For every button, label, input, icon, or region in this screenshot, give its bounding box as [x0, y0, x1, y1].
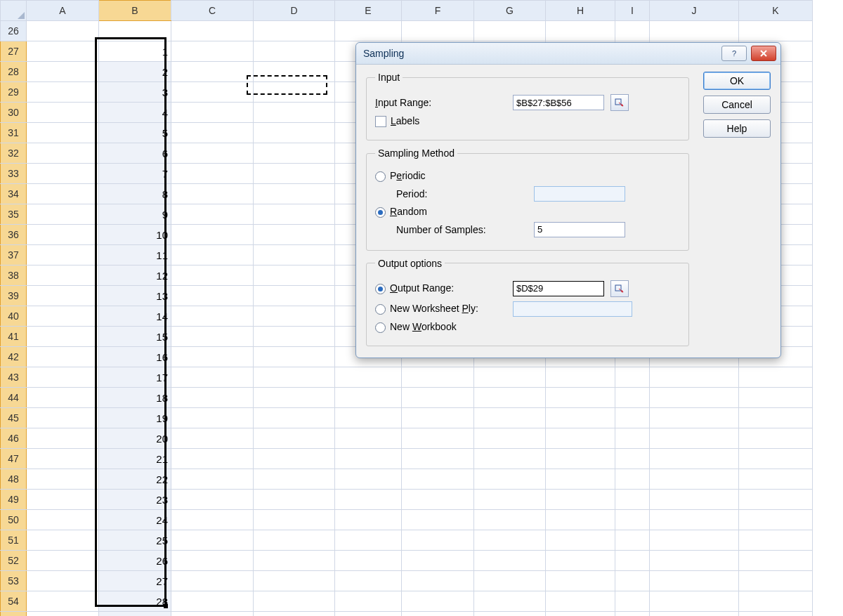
cell-I45[interactable]	[615, 408, 650, 428]
cell-B27[interactable]: 1	[99, 41, 171, 62]
cell-A53[interactable]	[27, 571, 99, 591]
cell-C39[interactable]	[171, 286, 254, 306]
help-button[interactable]: Help	[703, 119, 771, 138]
cell-B36[interactable]: 10	[99, 225, 171, 245]
cell-B49[interactable]: 23	[99, 490, 171, 510]
row-header-26[interactable]: 26	[1, 21, 27, 41]
cell-I26[interactable]	[615, 21, 650, 41]
col-header-G[interactable]: G	[474, 1, 546, 21]
cell-C31[interactable]	[171, 123, 254, 143]
cell-H52[interactable]	[546, 551, 615, 571]
row-header-31[interactable]: 31	[1, 123, 27, 143]
new-worksheet-ply-field[interactable]	[513, 301, 632, 317]
row-header-36[interactable]: 36	[1, 225, 27, 245]
labels-checkbox[interactable]	[375, 116, 386, 127]
cell-D42[interactable]	[254, 347, 335, 367]
cell-I50[interactable]	[615, 510, 650, 530]
cell-E55[interactable]	[335, 612, 402, 617]
cell-A40[interactable]	[27, 306, 99, 327]
cell-K50[interactable]	[739, 510, 813, 530]
cell-G48[interactable]	[474, 469, 546, 490]
row-header-50[interactable]: 50	[1, 510, 27, 530]
cell-C46[interactable]	[171, 428, 254, 449]
cell-K26[interactable]	[739, 21, 813, 41]
cell-A43[interactable]	[27, 367, 99, 388]
cell-B39[interactable]: 13	[99, 286, 171, 306]
samples-field[interactable]	[534, 222, 625, 237]
cell-B31[interactable]: 5	[99, 123, 171, 143]
row-header-53[interactable]: 53	[1, 571, 27, 591]
cell-F26[interactable]	[402, 21, 474, 41]
cell-C33[interactable]	[171, 164, 254, 184]
cell-F43[interactable]	[402, 367, 474, 388]
cell-C30[interactable]	[171, 103, 254, 123]
cell-F44[interactable]	[402, 388, 474, 408]
cell-A38[interactable]	[27, 266, 99, 286]
output-range-field[interactable]	[513, 281, 604, 296]
cell-D31[interactable]	[254, 123, 335, 143]
cell-H55[interactable]	[546, 612, 615, 617]
row-header-39[interactable]: 39	[1, 286, 27, 306]
cell-C54[interactable]	[171, 591, 254, 612]
cell-B37[interactable]: 11	[99, 245, 171, 266]
cell-D36[interactable]	[254, 225, 335, 245]
cell-E47[interactable]	[335, 449, 402, 469]
output-range-ref-button[interactable]	[610, 280, 629, 297]
cell-B40[interactable]: 14	[99, 306, 171, 327]
col-header-K[interactable]: K	[739, 1, 813, 21]
cell-D26[interactable]	[254, 21, 335, 41]
cell-K43[interactable]	[739, 367, 813, 388]
cell-D53[interactable]	[254, 571, 335, 591]
help-titlebar-button[interactable]: ?	[721, 46, 747, 61]
cell-B47[interactable]: 21	[99, 449, 171, 469]
row-header-29[interactable]: 29	[1, 82, 27, 103]
row-header-37[interactable]: 37	[1, 245, 27, 266]
cell-D52[interactable]	[254, 551, 335, 571]
cell-K48[interactable]	[739, 469, 813, 490]
cell-G51[interactable]	[474, 530, 546, 551]
row-header-33[interactable]: 33	[1, 164, 27, 184]
cell-A34[interactable]	[27, 184, 99, 204]
cell-K44[interactable]	[739, 388, 813, 408]
cell-C48[interactable]	[171, 469, 254, 490]
cell-J53[interactable]	[650, 571, 739, 591]
col-header-E[interactable]: E	[335, 1, 402, 21]
cell-D50[interactable]	[254, 510, 335, 530]
cell-K53[interactable]	[739, 571, 813, 591]
cell-G47[interactable]	[474, 449, 546, 469]
cell-J46[interactable]	[650, 428, 739, 449]
col-header-H[interactable]: H	[546, 1, 615, 21]
cell-C36[interactable]	[171, 225, 254, 245]
cell-B52[interactable]: 26	[99, 551, 171, 571]
row-header-28[interactable]: 28	[1, 62, 27, 82]
cell-I47[interactable]	[615, 449, 650, 469]
cell-A51[interactable]	[27, 530, 99, 551]
cell-A44[interactable]	[27, 388, 99, 408]
cell-H46[interactable]	[546, 428, 615, 449]
cell-F49[interactable]	[402, 490, 474, 510]
cell-C40[interactable]	[171, 306, 254, 327]
cell-G43[interactable]	[474, 367, 546, 388]
cell-C27[interactable]	[171, 41, 254, 62]
row-header-46[interactable]: 46	[1, 428, 27, 449]
cell-A50[interactable]	[27, 510, 99, 530]
cell-D38[interactable]	[254, 266, 335, 286]
col-header-I[interactable]: I	[615, 1, 650, 21]
row-header-34[interactable]: 34	[1, 184, 27, 204]
cell-G44[interactable]	[474, 388, 546, 408]
row-header-54[interactable]: 54	[1, 591, 27, 612]
cell-D40[interactable]	[254, 306, 335, 327]
cell-C32[interactable]	[171, 143, 254, 164]
cell-A35[interactable]	[27, 204, 99, 225]
row-header-43[interactable]: 43	[1, 367, 27, 388]
cell-A30[interactable]	[27, 103, 99, 123]
row-header-40[interactable]: 40	[1, 306, 27, 327]
row-header-41[interactable]: 41	[1, 327, 27, 347]
row-header-32[interactable]: 32	[1, 143, 27, 164]
cell-C50[interactable]	[171, 510, 254, 530]
row-header-55[interactable]: 55	[1, 612, 27, 617]
cell-D46[interactable]	[254, 428, 335, 449]
row-header-35[interactable]: 35	[1, 204, 27, 225]
cell-B43[interactable]: 17	[99, 367, 171, 388]
cell-C52[interactable]	[171, 551, 254, 571]
